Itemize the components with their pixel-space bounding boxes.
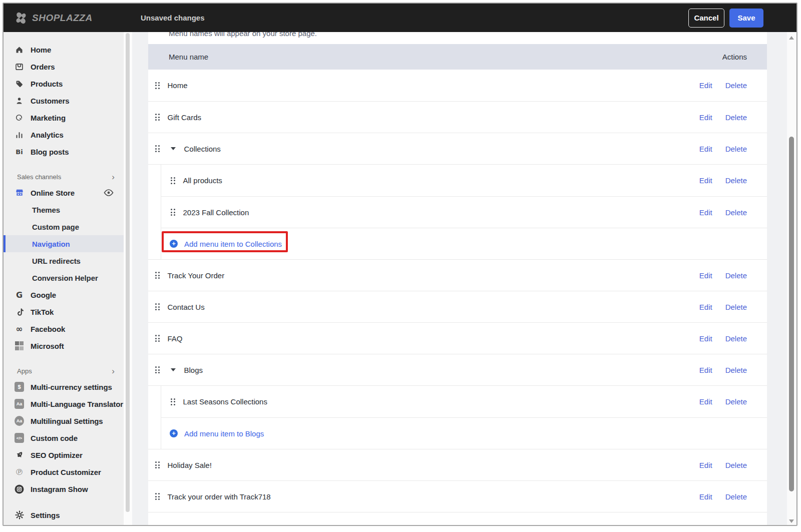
edit-link[interactable]: Edit (699, 366, 712, 374)
partial-next-row (148, 512, 767, 526)
bar-chart-icon (15, 130, 24, 140)
sidebar-item-conversion-helper[interactable]: Conversion Helper (4, 269, 124, 286)
sidebar-item-themes[interactable]: Themes (4, 201, 124, 218)
delete-link[interactable]: Delete (725, 176, 747, 185)
sidebar-item-tiktok[interactable]: TikTok (4, 303, 124, 320)
sidebar-item-marketing[interactable]: Marketing (4, 109, 124, 126)
drag-handle-icon[interactable] (171, 398, 175, 405)
sidebar-item-blog-posts[interactable]: Bi Blog posts (4, 143, 124, 160)
drag-handle-icon[interactable] (155, 82, 160, 89)
delete-link[interactable]: Delete (725, 492, 747, 501)
home-icon (15, 45, 24, 55)
drag-handle-icon[interactable] (155, 114, 160, 121)
sidebar-item-products[interactable]: Products (4, 75, 124, 92)
chevron-right-icon: › (112, 367, 115, 375)
delete-link[interactable]: Delete (725, 81, 747, 90)
sidebar-item-custom-page[interactable]: Custom page (4, 218, 124, 235)
edit-link[interactable]: Edit (699, 271, 712, 280)
person-icon (15, 96, 24, 106)
sidebar-item-home[interactable]: Home (4, 41, 124, 58)
drag-handle-icon[interactable] (155, 335, 160, 342)
translator-icon: Aa (15, 399, 24, 409)
drag-handle-icon[interactable] (171, 177, 175, 184)
drag-handle-icon[interactable] (171, 209, 175, 216)
edit-link[interactable]: Edit (699, 145, 712, 153)
add-menu-item-to-blogs[interactable]: + Add menu item to Blogs (161, 417, 767, 449)
plus-circle-icon: + (170, 429, 178, 437)
collapse-caret-icon[interactable] (171, 368, 176, 371)
main-scrollbar-thumb[interactable] (789, 137, 794, 491)
sidebar-item-seo-optimizer[interactable]: SEO Optimizer (4, 446, 124, 463)
sidebar-item-url-redirects[interactable]: URL redirects (4, 252, 124, 269)
edit-link[interactable]: Edit (699, 492, 712, 501)
add-menu-item-to-collections[interactable]: + Add menu item to Collections (161, 228, 767, 259)
edit-link[interactable]: Edit (699, 303, 712, 311)
drag-handle-icon[interactable] (155, 366, 160, 373)
sidebar-item-navigation[interactable]: Navigation (4, 235, 124, 252)
edit-link[interactable]: Edit (699, 113, 712, 122)
column-actions: Actions (722, 53, 747, 61)
delete-link[interactable]: Delete (725, 208, 747, 217)
sidebar-item-settings[interactable]: Settings (4, 506, 124, 523)
scroll-down-arrow-icon[interactable] (789, 519, 794, 523)
delete-link[interactable]: Delete (725, 334, 747, 343)
sidebar-item-analytics[interactable]: Analytics (4, 126, 124, 143)
edit-link[interactable]: Edit (699, 81, 712, 90)
sidebar-item-facebook[interactable]: ∞ Facebook (4, 320, 124, 337)
delete-link[interactable]: Delete (725, 113, 747, 122)
sidebar-item-multi-currency[interactable]: $ Multi-currency settings (4, 378, 124, 395)
menu-row-2023-fall-collection: 2023 Fall Collection EditDelete (161, 196, 767, 228)
menu-row-home: Home EditDelete (148, 70, 767, 101)
menu-row-blogs: Blogs EditDelete (148, 354, 767, 385)
sidebar-item-product-customizer[interactable]: ℗ Product Customizer (4, 463, 124, 480)
edit-link[interactable]: Edit (699, 397, 712, 406)
shoplazza-logo-icon (15, 12, 28, 25)
plus-circle-icon: + (170, 240, 178, 248)
collapse-caret-icon[interactable] (171, 147, 176, 150)
sidebar-item-custom-code[interactable]: </> Custom code (4, 429, 124, 446)
sidebar-item-online-store[interactable]: Online Store (4, 184, 124, 201)
sidebar-item-orders[interactable]: Orders (4, 58, 124, 75)
cancel-button[interactable]: Cancel (688, 9, 724, 28)
sidebar-item-instagram-show[interactable]: Instagram Show (4, 480, 124, 497)
active-indicator (4, 235, 6, 252)
edit-link[interactable]: Edit (699, 176, 712, 185)
sidebar-scrollbar[interactable] (124, 32, 132, 526)
drag-handle-icon[interactable] (155, 461, 160, 468)
scroll-up-arrow-icon[interactable] (789, 36, 794, 40)
edit-link[interactable]: Edit (699, 461, 712, 469)
delete-link[interactable]: Delete (725, 366, 747, 374)
storefront-icon (15, 188, 24, 198)
delete-link[interactable]: Delete (725, 271, 747, 280)
sidebar-scrollbar-thumb[interactable] (126, 33, 130, 512)
edit-link[interactable]: Edit (699, 334, 712, 343)
sidebar: Home Orders Products Customers (4, 32, 124, 526)
drag-handle-icon[interactable] (155, 272, 160, 279)
drag-handle-icon[interactable] (155, 145, 160, 152)
sidebar-item-microsoft[interactable]: Microsoft (4, 337, 124, 354)
menu-helper-text: Menu names will appear on your store pag… (169, 32, 767, 39)
main-scrollbar[interactable] (787, 32, 796, 526)
main-content: Menu names will appear on your store pag… (132, 32, 796, 526)
sidebar-item-google[interactable]: G Google (4, 286, 124, 303)
gear-icon (15, 510, 24, 520)
save-button[interactable]: Save (729, 9, 763, 28)
tag-icon (15, 79, 24, 89)
sidebar-item-customers[interactable]: Customers (4, 92, 124, 109)
blogs-children: Last Seasons Collections EditDelete + Ad… (148, 385, 767, 449)
apps-section[interactable]: Apps › (4, 363, 124, 378)
preview-eye-icon[interactable] (104, 189, 114, 196)
delete-link[interactable]: Delete (725, 145, 747, 153)
drag-handle-icon[interactable] (155, 303, 160, 310)
shoplazza-logo[interactable]: SHOPLAZZA (15, 12, 141, 25)
sidebar-item-multilingual-settings[interactable]: Aa Multilingual Settings (4, 412, 124, 429)
sidebar-item-multi-language-translator[interactable]: Aa Multi-Language Translator (4, 395, 124, 412)
delete-link[interactable]: Delete (725, 303, 747, 311)
edit-link[interactable]: Edit (699, 208, 712, 217)
drag-handle-icon[interactable] (155, 493, 160, 500)
menu-table-card: Menu names will appear on your store pag… (148, 32, 767, 526)
delete-link[interactable]: Delete (725, 461, 747, 469)
delete-link[interactable]: Delete (725, 397, 747, 406)
sales-channels-section[interactable]: Sales channels › (4, 169, 124, 184)
app-window: SHOPLAZZA Unsaved changes Cancel Save Ho… (3, 3, 797, 526)
